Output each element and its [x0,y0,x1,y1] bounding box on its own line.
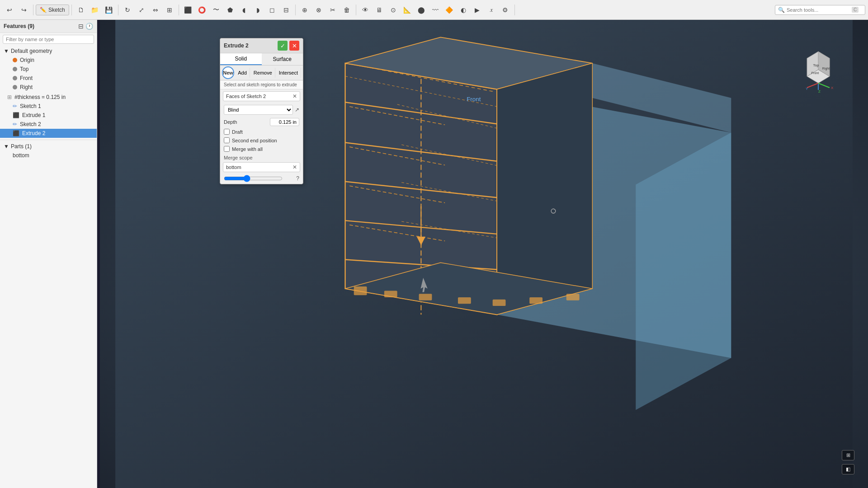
extrude-btn[interactable]: ⬛ [181,3,195,17]
svg-rect-31 [529,297,542,304]
view-style-btn[interactable]: ⊞ [842,450,854,460]
merge-scope-label: Merge scope [224,155,253,160]
tree-item-front[interactable]: Front [0,74,97,83]
draft-analysis-btn[interactable]: 🔶 [443,3,456,17]
default-geometry-header[interactable]: ▼ Default geometry [0,47,97,56]
search-box[interactable]: 🔍 C [775,5,865,15]
tab-surface[interactable]: Surface [262,53,303,65]
merge-scope-remove[interactable]: ✕ [292,164,297,170]
left-panel: Features (9) ⊟ 🕐 ▼ Default geometry Orig… [0,20,97,488]
top-label: Top [20,66,28,72]
draft-checkbox[interactable] [224,129,230,135]
search-input[interactable] [787,7,850,13]
variables-btn[interactable]: 𝑥 [485,3,498,17]
view-btn[interactable]: 👁 [359,3,372,17]
tree-item-extrude1[interactable]: ⬛ Extrude 1 [0,111,97,120]
rotate-btn[interactable]: ↻ [121,3,134,17]
redo-btn[interactable]: ↪ [17,3,31,17]
extrude1-label: Extrude 1 [22,112,45,118]
sketch1-label: Sketch 1 [20,103,41,109]
chamfer-btn[interactable]: ◗ [251,3,265,17]
new-btn[interactable]: 🗋 [74,3,88,17]
parts-header[interactable]: ▼ Parts (1) [0,142,97,151]
view-tools: 👁 🖥 ⊙ 📐 ⬤ 〰 🔶 ◐ ▶ 𝑥 ⚙ [359,3,512,17]
confirm-button[interactable]: ✓ [278,41,288,51]
section-btn[interactable]: ✂ [326,3,340,17]
param-thickness-label: #thickness = 0.125 in [14,94,66,100]
transform-btn[interactable]: ⤢ [135,3,148,17]
pattern-btn[interactable]: ⊞ [163,3,176,17]
op-tab-add[interactable]: Add [235,68,250,78]
shell-btn[interactable]: ◻ [265,3,279,17]
config-btn[interactable]: ⚙ [499,3,512,17]
combine-btn[interactable]: ⊗ [312,3,326,17]
parts-item-bottom[interactable]: bottom [0,151,97,160]
svg-text:Front: Front [467,96,481,103]
merge-all-label: Merge with all [232,146,263,152]
select-hint-text: Select and sketch regions to extrude [224,82,297,87]
depth-slider[interactable] [224,175,283,182]
second-end-checkbox[interactable] [224,137,230,143]
second-end-label: Second end position [232,138,277,143]
sketch-btn[interactable]: ✏️ Sketch [36,5,69,15]
extrude2-label: Extrude 2 [22,130,45,136]
sweep-btn[interactable]: 〜 [209,3,223,17]
svg-text:Top: Top [813,63,819,67]
delete-face-btn[interactable]: 🗑 [340,3,354,17]
tree-item-right[interactable]: Right [0,83,97,92]
tree-item-extrude2[interactable]: ⬛ Extrude 2 [0,129,97,138]
loft-btn[interactable]: ⬟ [223,3,237,17]
undo-btn[interactable]: ↩ [3,3,16,17]
param-thickness: ⊞ #thickness = 0.125 in [0,93,97,102]
filter-icon[interactable]: ⊟ [78,23,84,30]
sep6 [356,5,356,15]
revolve-btn[interactable]: ⭕ [195,3,209,17]
animation-btn[interactable]: ▶ [471,3,484,17]
viewport[interactable]: Front Top Front Right [100,20,868,488]
section-view-btn[interactable]: ◧ [842,464,854,474]
open-btn[interactable]: 📁 [88,3,102,17]
cancel-button[interactable]: ✕ [289,41,299,51]
tree-item-top[interactable]: Top [0,65,97,74]
op-tab-new[interactable]: New [222,66,234,79]
depth-input[interactable] [270,118,299,126]
draft-row: Draft [220,127,303,136]
boolean-btn[interactable]: ⊕ [298,3,311,17]
svg-text:Front: Front [811,71,819,75]
op-tab-remove[interactable]: Remove [251,68,275,78]
search-shortcut: C [852,7,859,13]
sep5 [295,5,296,15]
measure-btn[interactable]: 📐 [401,3,414,17]
tree-item-sketch1[interactable]: ✏ Sketch 1 [0,102,97,111]
merge-all-checkbox[interactable] [224,146,230,152]
fillet-btn[interactable]: ◖ [237,3,251,17]
svg-line-43 [807,83,818,88]
mirror-btn[interactable]: ⇔ [149,3,162,17]
front-icon [13,76,17,80]
blind-select[interactable]: Blind Symmetric To next Through all [224,105,293,115]
solid-tools: ⬛ ⭕ 〜 ⬟ ◖ ◗ ◻ ⊟ [181,3,293,17]
mate-btn[interactable]: ⊙ [387,3,400,17]
tab-solid[interactable]: Solid [220,53,262,65]
help-icon[interactable]: ? [296,175,299,182]
split-btn[interactable]: ⊟ [279,3,293,17]
merge-scope-dropdown[interactable]: bottom ✕ [223,162,300,172]
curvature-btn[interactable]: 〰 [429,3,442,17]
render-btn[interactable]: ◐ [457,3,470,17]
tree-item-sketch2[interactable]: ✏ Sketch 2 [0,120,97,129]
sep7 [514,5,515,15]
panel-icons: ⊟ 🕐 [78,23,93,30]
filter-input[interactable] [3,35,94,44]
save-btn[interactable]: 💾 [102,3,116,17]
tree-section-default: ▼ Default geometry Origin Top Front Righ… [0,46,97,93]
select-hint: Select and sketch regions to extrude [220,80,303,89]
bottom-label: bottom [13,152,29,159]
blind-arrow-icon[interactable]: ↗ [295,107,299,113]
history-icon[interactable]: 🕐 [85,23,93,30]
faces-remove-btn[interactable]: ✕ [292,93,297,99]
zebra-btn[interactable]: ⬤ [415,3,428,17]
second-end-row: Second end position [220,136,303,145]
display-btn[interactable]: 🖥 [373,3,386,17]
op-tab-intersect[interactable]: Intersect [276,68,301,78]
tree-item-origin[interactable]: Origin [0,56,97,65]
